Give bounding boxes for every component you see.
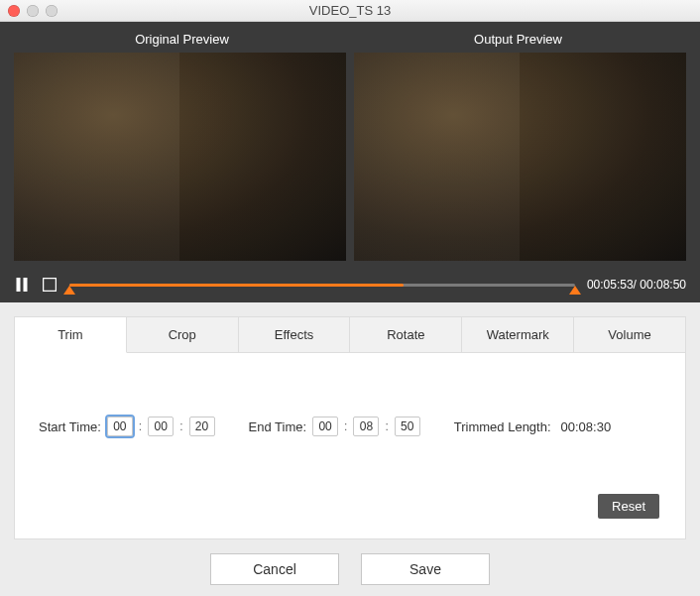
close-window-button[interactable]: [8, 5, 20, 17]
current-time: 00:05:53: [587, 278, 634, 292]
dialog-buttons: Cancel Save: [0, 553, 700, 596]
tab-effects[interactable]: Effects: [239, 317, 351, 352]
colon: :: [139, 419, 142, 433]
playback-timecode: 00:05:53/ 00:08:50: [587, 278, 686, 292]
tab-trim[interactable]: Trim: [15, 317, 127, 353]
svg-rect-0: [17, 278, 20, 292]
editor-tabs: TrimCropEffectsRotateWatermarkVolume: [15, 317, 685, 353]
colon: :: [344, 419, 347, 433]
pause-icon[interactable]: [14, 277, 30, 293]
start-ss-input[interactable]: [189, 417, 215, 436]
trimmed-length-value: 00:08:30: [561, 419, 612, 434]
trim-slider[interactable]: [69, 275, 575, 295]
original-preview-video[interactable]: [14, 53, 346, 261]
editor-panel: TrimCropEffectsRotateWatermarkVolume Sta…: [14, 316, 686, 539]
tab-volume[interactable]: Volume: [574, 317, 685, 352]
original-preview-label: Original Preview: [14, 32, 350, 53]
tab-watermark[interactable]: Watermark: [462, 317, 574, 352]
cancel-button[interactable]: Cancel: [210, 553, 339, 585]
total-time: 00:08:50: [640, 278, 686, 292]
tab-crop[interactable]: Crop: [127, 317, 239, 352]
output-preview-video[interactable]: [354, 53, 686, 261]
colon: :: [179, 419, 182, 433]
svg-rect-2: [44, 279, 57, 292]
start-hh-input[interactable]: [107, 417, 133, 436]
reset-button[interactable]: Reset: [598, 494, 659, 519]
window-title: VIDEO_TS 13: [0, 3, 700, 18]
start-time-label: Start Time:: [39, 419, 101, 434]
slider-progress: [69, 284, 404, 287]
start-mm-input[interactable]: [148, 417, 174, 436]
stop-icon[interactable]: [42, 277, 58, 293]
window-titlebar: VIDEO_TS 13: [0, 0, 700, 22]
trim-tab-body: Start Time: : : End Time: : : Trimmed Le…: [15, 353, 685, 538]
minimize-window-button[interactable]: [27, 5, 39, 17]
svg-rect-1: [24, 278, 27, 292]
trimmed-length-group: Trimmed Length: 00:08:30: [454, 419, 611, 434]
start-time-group: Start Time: : :: [39, 417, 215, 436]
end-hh-input[interactable]: [312, 417, 338, 436]
colon: :: [385, 419, 388, 433]
preview-area: Original Preview Output Preview 00:05:53…: [0, 22, 700, 302]
end-mm-input[interactable]: [353, 417, 379, 436]
slider-end-handle[interactable]: [569, 286, 581, 295]
window-controls: [0, 5, 58, 17]
save-button[interactable]: Save: [361, 553, 490, 585]
end-time-group: End Time: : :: [249, 417, 420, 436]
tab-rotate[interactable]: Rotate: [350, 317, 462, 352]
zoom-window-button[interactable]: [46, 5, 58, 17]
output-preview-label: Output Preview: [350, 32, 686, 53]
end-ss-input[interactable]: [395, 417, 420, 436]
end-time-label: End Time:: [249, 419, 307, 434]
slider-start-handle[interactable]: [63, 286, 75, 295]
trimmed-length-label: Trimmed Length:: [454, 419, 551, 434]
